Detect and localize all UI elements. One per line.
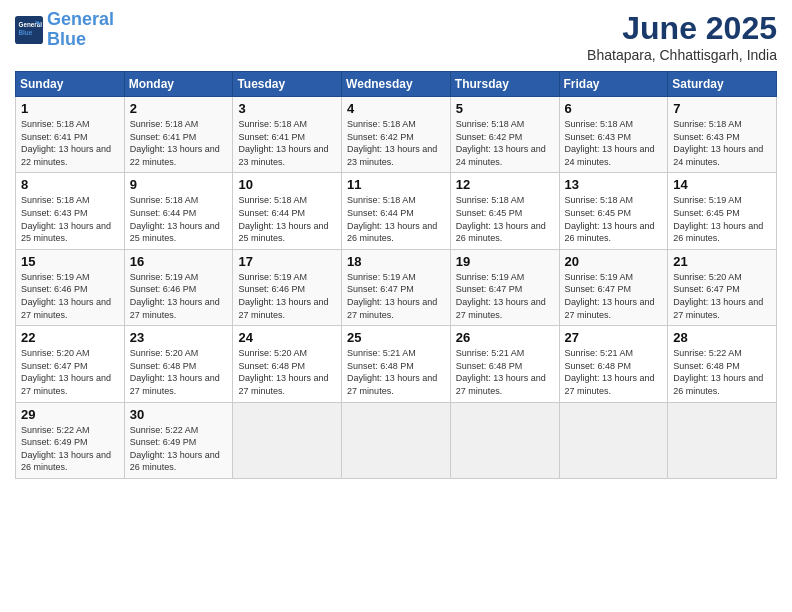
day-number: 10 xyxy=(238,177,336,192)
table-cell xyxy=(450,402,559,478)
col-saturday: Saturday xyxy=(668,72,777,97)
table-cell: 20Sunrise: 5:19 AMSunset: 6:47 PMDayligh… xyxy=(559,249,668,325)
table-cell: 22Sunrise: 5:20 AMSunset: 6:47 PMDayligh… xyxy=(16,326,125,402)
calendar-row: 29Sunrise: 5:22 AMSunset: 6:49 PMDayligh… xyxy=(16,402,777,478)
table-cell: 29Sunrise: 5:22 AMSunset: 6:49 PMDayligh… xyxy=(16,402,125,478)
table-cell: 21Sunrise: 5:20 AMSunset: 6:47 PMDayligh… xyxy=(668,249,777,325)
day-number: 29 xyxy=(21,407,119,422)
day-number: 30 xyxy=(130,407,228,422)
day-info: Sunrise: 5:19 AMSunset: 6:47 PMDaylight:… xyxy=(565,271,663,321)
table-cell: 12Sunrise: 5:18 AMSunset: 6:45 PMDayligh… xyxy=(450,173,559,249)
table-cell: 17Sunrise: 5:19 AMSunset: 6:46 PMDayligh… xyxy=(233,249,342,325)
logo-icon: General Blue xyxy=(15,16,43,44)
month-title: June 2025 xyxy=(587,10,777,47)
table-cell xyxy=(559,402,668,478)
day-number: 5 xyxy=(456,101,554,116)
day-info: Sunrise: 5:18 AMSunset: 6:41 PMDaylight:… xyxy=(21,118,119,168)
table-cell: 13Sunrise: 5:18 AMSunset: 6:45 PMDayligh… xyxy=(559,173,668,249)
day-number: 27 xyxy=(565,330,663,345)
table-cell: 11Sunrise: 5:18 AMSunset: 6:44 PMDayligh… xyxy=(342,173,451,249)
table-cell xyxy=(342,402,451,478)
table-cell: 3Sunrise: 5:18 AMSunset: 6:41 PMDaylight… xyxy=(233,97,342,173)
header-row: Sunday Monday Tuesday Wednesday Thursday… xyxy=(16,72,777,97)
day-number: 2 xyxy=(130,101,228,116)
table-cell xyxy=(233,402,342,478)
day-info: Sunrise: 5:18 AMSunset: 6:42 PMDaylight:… xyxy=(456,118,554,168)
day-info: Sunrise: 5:18 AMSunset: 6:41 PMDaylight:… xyxy=(130,118,228,168)
day-info: Sunrise: 5:18 AMSunset: 6:43 PMDaylight:… xyxy=(565,118,663,168)
table-cell: 2Sunrise: 5:18 AMSunset: 6:41 PMDaylight… xyxy=(124,97,233,173)
day-number: 15 xyxy=(21,254,119,269)
table-cell: 14Sunrise: 5:19 AMSunset: 6:45 PMDayligh… xyxy=(668,173,777,249)
day-info: Sunrise: 5:18 AMSunset: 6:44 PMDaylight:… xyxy=(238,194,336,244)
col-monday: Monday xyxy=(124,72,233,97)
day-info: Sunrise: 5:21 AMSunset: 6:48 PMDaylight:… xyxy=(565,347,663,397)
day-number: 6 xyxy=(565,101,663,116)
table-cell: 10Sunrise: 5:18 AMSunset: 6:44 PMDayligh… xyxy=(233,173,342,249)
day-info: Sunrise: 5:22 AMSunset: 6:49 PMDaylight:… xyxy=(21,424,119,474)
col-thursday: Thursday xyxy=(450,72,559,97)
col-wednesday: Wednesday xyxy=(342,72,451,97)
table-cell: 19Sunrise: 5:19 AMSunset: 6:47 PMDayligh… xyxy=(450,249,559,325)
day-number: 8 xyxy=(21,177,119,192)
day-info: Sunrise: 5:18 AMSunset: 6:45 PMDaylight:… xyxy=(456,194,554,244)
day-info: Sunrise: 5:22 AMSunset: 6:48 PMDaylight:… xyxy=(673,347,771,397)
day-info: Sunrise: 5:18 AMSunset: 6:44 PMDaylight:… xyxy=(347,194,445,244)
day-number: 28 xyxy=(673,330,771,345)
day-number: 11 xyxy=(347,177,445,192)
day-info: Sunrise: 5:19 AMSunset: 6:46 PMDaylight:… xyxy=(238,271,336,321)
calendar-body: 1Sunrise: 5:18 AMSunset: 6:41 PMDaylight… xyxy=(16,97,777,479)
day-number: 13 xyxy=(565,177,663,192)
table-cell: 28Sunrise: 5:22 AMSunset: 6:48 PMDayligh… xyxy=(668,326,777,402)
svg-text:Blue: Blue xyxy=(19,29,33,36)
col-sunday: Sunday xyxy=(16,72,125,97)
day-number: 25 xyxy=(347,330,445,345)
logo: General Blue General Blue xyxy=(15,10,114,50)
day-number: 16 xyxy=(130,254,228,269)
day-info: Sunrise: 5:18 AMSunset: 6:44 PMDaylight:… xyxy=(130,194,228,244)
day-info: Sunrise: 5:20 AMSunset: 6:47 PMDaylight:… xyxy=(21,347,119,397)
title-block: June 2025 Bhatapara, Chhattisgarh, India xyxy=(587,10,777,63)
table-cell: 16Sunrise: 5:19 AMSunset: 6:46 PMDayligh… xyxy=(124,249,233,325)
table-cell: 9Sunrise: 5:18 AMSunset: 6:44 PMDaylight… xyxy=(124,173,233,249)
day-number: 18 xyxy=(347,254,445,269)
day-number: 9 xyxy=(130,177,228,192)
day-number: 14 xyxy=(673,177,771,192)
day-info: Sunrise: 5:18 AMSunset: 6:41 PMDaylight:… xyxy=(238,118,336,168)
day-info: Sunrise: 5:19 AMSunset: 6:47 PMDaylight:… xyxy=(456,271,554,321)
day-info: Sunrise: 5:18 AMSunset: 6:45 PMDaylight:… xyxy=(565,194,663,244)
table-cell: 18Sunrise: 5:19 AMSunset: 6:47 PMDayligh… xyxy=(342,249,451,325)
day-number: 24 xyxy=(238,330,336,345)
calendar-row: 1Sunrise: 5:18 AMSunset: 6:41 PMDaylight… xyxy=(16,97,777,173)
table-cell: 30Sunrise: 5:22 AMSunset: 6:49 PMDayligh… xyxy=(124,402,233,478)
calendar-row: 15Sunrise: 5:19 AMSunset: 6:46 PMDayligh… xyxy=(16,249,777,325)
table-cell: 27Sunrise: 5:21 AMSunset: 6:48 PMDayligh… xyxy=(559,326,668,402)
col-tuesday: Tuesday xyxy=(233,72,342,97)
day-info: Sunrise: 5:20 AMSunset: 6:48 PMDaylight:… xyxy=(130,347,228,397)
table-cell: 15Sunrise: 5:19 AMSunset: 6:46 PMDayligh… xyxy=(16,249,125,325)
day-number: 17 xyxy=(238,254,336,269)
day-info: Sunrise: 5:19 AMSunset: 6:47 PMDaylight:… xyxy=(347,271,445,321)
table-cell: 24Sunrise: 5:20 AMSunset: 6:48 PMDayligh… xyxy=(233,326,342,402)
table-cell: 4Sunrise: 5:18 AMSunset: 6:42 PMDaylight… xyxy=(342,97,451,173)
table-cell: 25Sunrise: 5:21 AMSunset: 6:48 PMDayligh… xyxy=(342,326,451,402)
day-info: Sunrise: 5:20 AMSunset: 6:47 PMDaylight:… xyxy=(673,271,771,321)
logo-text: General Blue xyxy=(47,10,114,50)
day-number: 7 xyxy=(673,101,771,116)
calendar-row: 8Sunrise: 5:18 AMSunset: 6:43 PMDaylight… xyxy=(16,173,777,249)
day-number: 4 xyxy=(347,101,445,116)
day-info: Sunrise: 5:21 AMSunset: 6:48 PMDaylight:… xyxy=(456,347,554,397)
table-cell: 8Sunrise: 5:18 AMSunset: 6:43 PMDaylight… xyxy=(16,173,125,249)
day-info: Sunrise: 5:19 AMSunset: 6:46 PMDaylight:… xyxy=(21,271,119,321)
day-number: 20 xyxy=(565,254,663,269)
table-cell: 7Sunrise: 5:18 AMSunset: 6:43 PMDaylight… xyxy=(668,97,777,173)
day-info: Sunrise: 5:19 AMSunset: 6:45 PMDaylight:… xyxy=(673,194,771,244)
table-cell xyxy=(668,402,777,478)
table-cell: 26Sunrise: 5:21 AMSunset: 6:48 PMDayligh… xyxy=(450,326,559,402)
day-number: 21 xyxy=(673,254,771,269)
table-cell: 5Sunrise: 5:18 AMSunset: 6:42 PMDaylight… xyxy=(450,97,559,173)
day-number: 23 xyxy=(130,330,228,345)
day-number: 3 xyxy=(238,101,336,116)
day-info: Sunrise: 5:19 AMSunset: 6:46 PMDaylight:… xyxy=(130,271,228,321)
table-cell: 23Sunrise: 5:20 AMSunset: 6:48 PMDayligh… xyxy=(124,326,233,402)
